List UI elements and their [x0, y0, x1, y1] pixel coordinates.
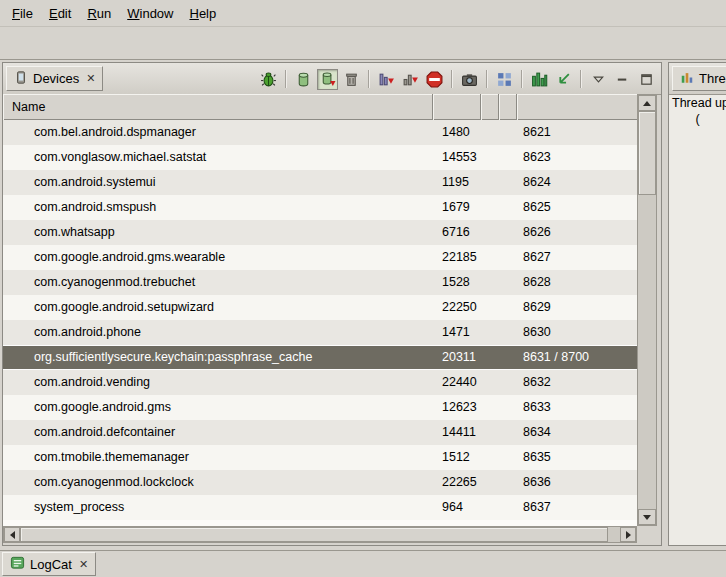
cell-name: com.android.systemui [3, 170, 433, 195]
table-row[interactable]: com.android.vending224408632 [3, 370, 637, 395]
scroll-down-icon[interactable] [638, 509, 656, 525]
cell-pid: 1512 [433, 445, 481, 470]
table-row[interactable]: com.vonglasow.michael.satstat145538623 [3, 145, 637, 170]
cell-pid: 14411 [433, 420, 481, 445]
column-header-c3[interactable] [481, 94, 499, 120]
cell-port: 8621 [517, 120, 637, 145]
screen-capture-icon[interactable] [459, 69, 480, 90]
cell-name: com.vonglasow.michael.satstat [3, 145, 433, 170]
table-row[interactable]: com.android.phone14718630 [3, 320, 637, 345]
cell-name: com.whatsapp [3, 220, 433, 245]
table-row[interactable]: com.google.android.setupwizard222508629 [3, 295, 637, 320]
cell-pid: 22185 [433, 245, 481, 270]
threads-panel: Threads Thread up ( [668, 62, 726, 546]
vertical-scrollbar[interactable] [637, 94, 657, 526]
menu-window[interactable]: Window [119, 2, 181, 25]
cell-c4 [499, 445, 517, 470]
cell-port: 8634 [517, 420, 637, 445]
cell-port: 8632 [517, 370, 637, 395]
table-row[interactable]: com.tmobile.thememanager15128635 [3, 445, 637, 470]
tab-threads[interactable]: Threads [672, 66, 726, 91]
table-row[interactable]: com.bel.android.dspmanager14808621 [3, 120, 637, 145]
table-row[interactable]: com.google.android.gms.wearable221858627 [3, 245, 637, 270]
cell-name: com.android.vending [3, 370, 433, 395]
thread-columns-icon[interactable] [529, 69, 550, 90]
debug-process-icon[interactable] [258, 69, 279, 90]
cell-port: 8623 [517, 145, 637, 170]
devices-toolbar [258, 68, 657, 90]
scroll-right-icon[interactable] [620, 527, 636, 542]
cell-c3 [481, 120, 499, 145]
cell-pid: 6716 [433, 220, 481, 245]
menu-run[interactable]: Run [79, 2, 119, 25]
threads-message-line1: Thread up [669, 96, 726, 110]
table-row[interactable]: org.sufficientlysecure.keychain:passphra… [3, 345, 637, 370]
table-row[interactable]: com.android.defcontainer144118634 [3, 420, 637, 445]
method-profiling-icon[interactable] [400, 69, 421, 90]
table-row[interactable]: com.whatsapp67168626 [3, 220, 637, 245]
scroll-left-icon[interactable] [4, 527, 20, 542]
eclipse-ddms-window: File Edit Run Window Help Devices ✕ [0, 0, 726, 577]
cell-c4 [499, 145, 517, 170]
cell-c4 [499, 195, 517, 220]
table-row[interactable]: com.android.smspush16798625 [3, 195, 637, 220]
update-heap-icon[interactable] [293, 69, 314, 90]
tab-devices[interactable]: Devices ✕ [6, 66, 103, 91]
cell-c3 [481, 320, 499, 345]
threads-icon [680, 70, 694, 88]
stop-process-icon[interactable] [424, 69, 445, 90]
cell-pid: 1471 [433, 320, 481, 345]
cell-name: com.cyanogenmod.trebuchet [3, 270, 433, 295]
cell-pid: 14553 [433, 145, 481, 170]
horizontal-scrollbar[interactable] [3, 526, 637, 543]
table-row[interactable]: com.cyanogenmod.trebuchet15288628 [3, 270, 637, 295]
devices-view-header: Devices ✕ [3, 63, 661, 95]
update-threads-icon[interactable] [376, 69, 397, 90]
table-row[interactable]: com.google.android.gms126238633 [3, 395, 637, 420]
toolbar-separator [580, 70, 582, 88]
tab-threads-label: Threads [699, 71, 726, 86]
cell-port: 8627 [517, 245, 637, 270]
cell-pid: 1195 [433, 170, 481, 195]
cell-name: com.android.smspush [3, 195, 433, 220]
table-row[interactable]: com.android.systemui11958624 [3, 170, 637, 195]
table-row[interactable]: system_process9648637 [3, 495, 637, 520]
hierarchy-view-icon[interactable] [494, 69, 515, 90]
cell-name: com.google.android.gms [3, 395, 433, 420]
cell-name: org.sufficientlysecure.keychain:passphra… [3, 346, 433, 369]
cell-port: 8625 [517, 195, 637, 220]
close-icon[interactable]: ✕ [86, 72, 95, 85]
scroll-up-icon[interactable] [638, 95, 656, 111]
menu-help[interactable]: Help [181, 2, 224, 25]
column-header-port[interactable] [517, 94, 637, 120]
cell-c3 [481, 270, 499, 295]
collapse-arrow-icon[interactable] [553, 69, 574, 90]
dump-hprof-icon[interactable] [317, 69, 338, 90]
menu-bar: File Edit Run Window Help [0, 0, 726, 27]
cell-c3 [481, 495, 499, 520]
column-header-c4[interactable] [499, 94, 517, 120]
cell-c3 [481, 245, 499, 270]
cell-name: system_process [3, 495, 433, 520]
vertical-scroll-thumb[interactable] [638, 111, 656, 195]
column-header-pid[interactable] [433, 94, 481, 120]
cell-pid: 22440 [433, 370, 481, 395]
column-header-name[interactable]: Name [3, 94, 433, 120]
cell-port: 8630 [517, 320, 637, 345]
menu-file[interactable]: File [4, 2, 41, 25]
cause-gc-icon[interactable] [341, 69, 362, 90]
minimize-icon[interactable] [612, 69, 633, 90]
view-menu-icon[interactable] [588, 69, 609, 90]
cell-name: com.tmobile.thememanager [3, 445, 433, 470]
menu-edit[interactable]: Edit [41, 2, 79, 25]
cell-c4 [499, 270, 517, 295]
cell-port: 8637 [517, 495, 637, 520]
table-row[interactable]: com.cyanogenmod.lockclock222658636 [3, 470, 637, 495]
close-icon[interactable]: ✕ [79, 558, 88, 571]
horizontal-scroll-thumb[interactable] [20, 527, 608, 542]
maximize-icon[interactable] [636, 69, 657, 90]
cell-port: 8635 [517, 445, 637, 470]
toolbar-separator [486, 70, 488, 88]
cell-pid: 22265 [433, 470, 481, 495]
tab-logcat[interactable]: LogCat ✕ [2, 552, 96, 576]
